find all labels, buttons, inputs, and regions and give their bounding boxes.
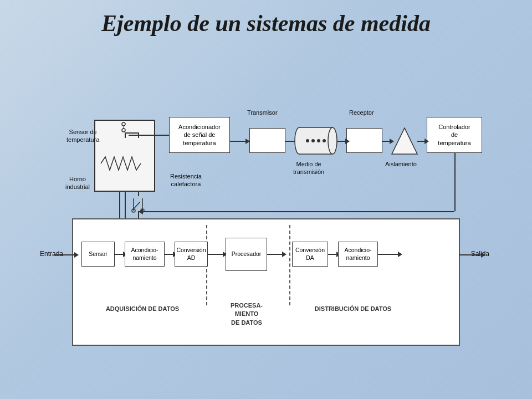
resistor-symbol	[100, 156, 147, 171]
block-conv-da-label: ConversiónDA	[295, 247, 325, 262]
block-procesador-label: Procesador	[232, 250, 262, 258]
section-procesamiento: PROCESA-MIENTODE DATOS	[211, 301, 283, 327]
arrow-to-ctrl	[424, 139, 429, 144]
aislamiento-label: Aislamiento	[385, 160, 417, 168]
receptor-box	[346, 128, 382, 153]
receptor-label: Receptor	[349, 109, 374, 116]
transmisor-box	[249, 128, 285, 153]
transmisor-label: Transmisor	[247, 109, 278, 116]
top-diagram: Acondicionadorde señal detemperatura Con…	[28, 42, 504, 214]
controlador-label: Controladordetemperatura	[438, 123, 470, 147]
block-acond1-label: Acondicio-namiento	[131, 247, 158, 262]
arrow-salida	[481, 252, 485, 258]
arrow-entrada	[74, 252, 79, 258]
sensor-contact	[120, 121, 127, 132]
bottom-diagram: Entrada Salida Sensor Acondicio-namiento…	[72, 218, 460, 346]
block-conv-da: ConversiónDA	[292, 242, 328, 267]
block-acond2: Acondicio-namiento	[338, 242, 378, 267]
wire-oven-top1	[138, 132, 139, 138]
wire-trans-medium	[285, 141, 295, 142]
dashed-line-2	[289, 225, 290, 305]
svg-point-19	[323, 139, 326, 142]
block-sensor: Sensor	[81, 242, 115, 267]
aislamiento-symbol	[391, 125, 418, 156]
medio-label: Medio detransmisión	[293, 160, 324, 176]
wire-a2-out	[378, 254, 400, 255]
block-procesador: Procesador	[226, 238, 267, 271]
wire-salida	[459, 254, 481, 255]
svg-point-18	[317, 139, 320, 142]
acondicionador-label: Acondicionadorde señal detemperatura	[178, 123, 221, 147]
arrow-p-d	[282, 252, 287, 257]
wire-oven-right-top	[138, 192, 139, 196]
svg-point-13	[328, 127, 337, 154]
arrow-return	[139, 209, 143, 214]
wire-c-p	[208, 254, 224, 255]
block-conv-ad: ConversiónAD	[175, 242, 208, 267]
page-title: Ejemplo de un sistemas de medida	[0, 0, 532, 42]
transmission-medium	[294, 126, 338, 155]
svg-marker-20	[392, 128, 417, 154]
wire-oven-htop	[125, 132, 138, 134]
wire-entrada	[54, 254, 76, 255]
oven-label: Hornoindustrial	[65, 175, 90, 191]
arrow-out	[398, 252, 402, 257]
arrow-to-recep	[345, 139, 350, 144]
sensor-label: Sensor detemperatura	[66, 128, 99, 144]
acondicionador-box: Acondicionadorde señal detemperatura	[169, 117, 230, 153]
wire-p-d	[267, 254, 284, 255]
wire-return-h	[138, 211, 454, 212]
block-acond2-label: Acondicio-namiento	[344, 247, 371, 262]
wire-sensor-acond	[129, 135, 169, 136]
resistor-label: Resistenciacalefactora	[170, 172, 202, 188]
block-acond1: Acondicio-namiento	[125, 242, 165, 267]
wire-ctrl-down	[454, 153, 456, 211]
section-distribucion: DISTRIBUCIÓN DE DATOS	[295, 305, 411, 312]
controlador-box: Controladordetemperatura	[427, 117, 482, 153]
arrow-to-aisl	[390, 139, 394, 144]
svg-point-8	[122, 122, 125, 126]
svg-line-2	[134, 202, 140, 209]
svg-point-16	[306, 139, 309, 142]
svg-point-17	[311, 139, 315, 142]
section-adquisicion: ADQUISICIÓN DE DATOS	[84, 305, 201, 312]
block-sensor-label: Sensor	[89, 250, 107, 258]
block-conv-ad-label: ConversiónAD	[176, 247, 206, 262]
arrow-to-trans	[245, 139, 250, 144]
svg-rect-12	[299, 127, 332, 154]
svg-point-9	[122, 129, 125, 132]
